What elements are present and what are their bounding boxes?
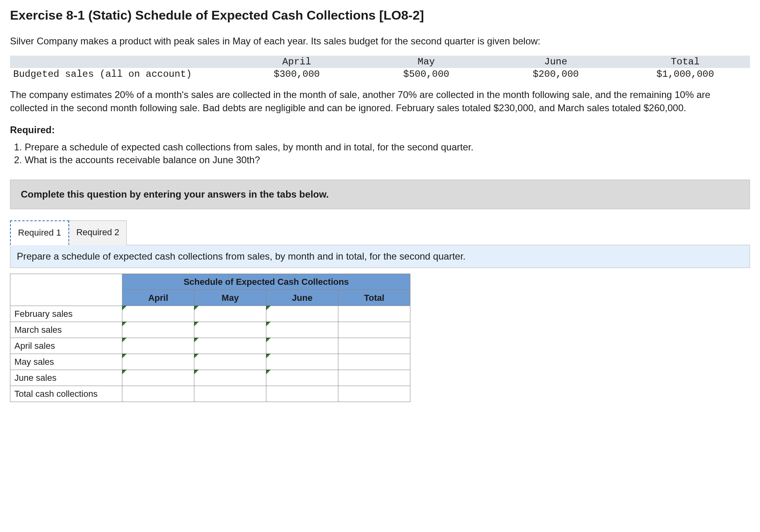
answer-col-june: June <box>266 290 338 306</box>
table-row: May sales <box>10 354 410 370</box>
answer-table: Schedule of Expected Cash Collections Ap… <box>10 274 410 402</box>
input-may-april[interactable] <box>122 354 194 370</box>
budget-val-total: $1,000,000 <box>620 68 750 80</box>
row-label-apr: April sales <box>10 338 122 354</box>
budget-val-june: $200,000 <box>491 68 621 80</box>
exercise-title: Exercise 8-1 (Static) Schedule of Expect… <box>10 8 750 23</box>
input-feb-may[interactable] <box>194 306 266 322</box>
required-item-1: 1. Prepare a schedule of expected cash c… <box>14 142 750 153</box>
editable-marker-icon <box>194 354 199 358</box>
editable-marker-icon <box>194 322 199 326</box>
answer-col-total: Total <box>338 290 410 306</box>
editable-marker-icon <box>122 370 127 374</box>
editable-marker-icon <box>122 354 127 358</box>
input-may-june[interactable] <box>266 354 338 370</box>
table-row: February sales <box>10 306 410 322</box>
instruction-bar: Complete this question by entering your … <box>10 180 750 209</box>
input-feb-april[interactable] <box>122 306 194 322</box>
input-mar-total[interactable] <box>338 322 410 338</box>
budget-col-april: April <box>232 56 362 68</box>
answer-table-title: Schedule of Expected Cash Collections <box>122 274 410 290</box>
editable-marker-icon <box>122 306 127 310</box>
tabs-container: Required 1 Required 2 <box>10 220 750 245</box>
input-jun-may[interactable] <box>194 370 266 386</box>
input-total-total[interactable] <box>338 386 410 402</box>
input-total-april[interactable] <box>122 386 194 402</box>
input-jun-total[interactable] <box>338 370 410 386</box>
editable-marker-icon <box>194 370 199 374</box>
input-apr-may[interactable] <box>194 338 266 354</box>
required-list: 1. Prepare a schedule of expected cash c… <box>10 142 750 166</box>
required-item-2: 2. What is the accounts receivable balan… <box>14 154 750 166</box>
input-feb-total[interactable] <box>338 306 410 322</box>
answer-col-april: April <box>122 290 194 306</box>
explanation-text: The company estimates 20% of a month's s… <box>10 88 750 114</box>
input-jun-june[interactable] <box>266 370 338 386</box>
input-mar-june[interactable] <box>266 322 338 338</box>
required-heading: Required: <box>10 124 750 136</box>
editable-marker-icon <box>266 306 271 310</box>
editable-marker-icon <box>266 354 271 358</box>
input-mar-april[interactable] <box>122 322 194 338</box>
editable-marker-icon <box>194 338 199 342</box>
table-row: Total cash collections <box>10 386 410 402</box>
editable-marker-icon <box>266 322 271 326</box>
input-apr-april[interactable] <box>122 338 194 354</box>
editable-marker-icon <box>122 322 127 326</box>
table-row: March sales <box>10 322 410 338</box>
editable-marker-icon <box>194 306 199 310</box>
table-row: June sales <box>10 370 410 386</box>
input-apr-june[interactable] <box>266 338 338 354</box>
budget-val-may: $500,000 <box>362 68 491 80</box>
row-label-may: May sales <box>10 354 122 370</box>
budget-row-label: Budgeted sales (all on account) <box>10 68 232 80</box>
input-apr-total[interactable] <box>338 338 410 354</box>
tab-prompt: Prepare a schedule of expected cash coll… <box>10 245 750 268</box>
tab-required-1[interactable]: Required 1 <box>10 220 69 245</box>
budget-col-total: Total <box>620 56 750 68</box>
intro-text: Silver Company makes a product with peak… <box>10 35 750 48</box>
answer-col-may: May <box>194 290 266 306</box>
table-row: April sales <box>10 338 410 354</box>
tab-required-2[interactable]: Required 2 <box>69 220 127 245</box>
budget-col-june: June <box>491 56 621 68</box>
editable-marker-icon <box>266 338 271 342</box>
budget-val-april: $300,000 <box>232 68 362 80</box>
input-may-total[interactable] <box>338 354 410 370</box>
row-label-jun: June sales <box>10 370 122 386</box>
input-mar-may[interactable] <box>194 322 266 338</box>
answer-table-corner <box>10 274 122 306</box>
input-feb-june[interactable] <box>266 306 338 322</box>
editable-marker-icon <box>122 338 127 342</box>
input-may-may[interactable] <box>194 354 266 370</box>
row-label-feb: February sales <box>10 306 122 322</box>
budget-col-may: May <box>362 56 491 68</box>
row-label-mar: March sales <box>10 322 122 338</box>
budget-header-blank <box>10 56 232 68</box>
row-label-total: Total cash collections <box>10 386 122 402</box>
editable-marker-icon <box>266 370 271 374</box>
input-total-june[interactable] <box>266 386 338 402</box>
input-total-may[interactable] <box>194 386 266 402</box>
input-jun-april[interactable] <box>122 370 194 386</box>
budget-table: April May June Total Budgeted sales (all… <box>10 56 750 80</box>
